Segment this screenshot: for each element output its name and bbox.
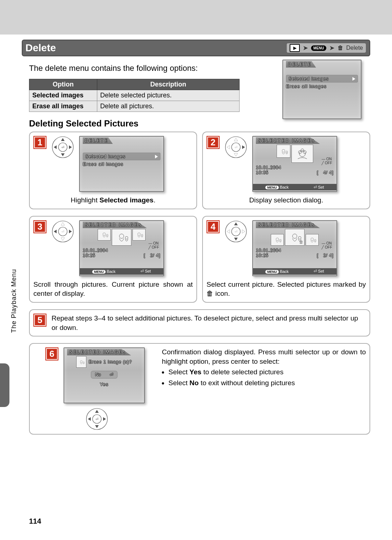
- screen-bottom-bar: MENU Back ⏎ Set: [80, 268, 163, 275]
- step-6: 6 SELECTED IMAGES Erase 1 image (s)? No⏎…: [29, 343, 370, 435]
- th-option: Option: [29, 79, 97, 90]
- chevron-right-icon: [352, 77, 355, 81]
- screen-bottom-bar: MENU Back ⏎ Set: [253, 268, 336, 275]
- step-3: 3 SELECTED IMAGES — ON╱ OFF 10.01.2004 1…: [29, 216, 197, 303]
- step4-caption: Select current picture. Selected pic­tur…: [207, 280, 366, 298]
- confirm-prompt: Erase 1 image (s)?: [89, 359, 132, 364]
- menu-erase-all: Erase all images: [286, 84, 358, 89]
- step-5: 5 Repeat steps 3–4 to select additional …: [29, 309, 370, 337]
- breadcrumb-label: Delete: [346, 45, 363, 51]
- menu-selected-images: Selected images: [83, 153, 160, 160]
- step1-caption: Highlight Selected images.: [33, 196, 193, 205]
- section-title-bar: Delete ▶ ➤ MENU ➤ 🗑 Delete: [22, 40, 370, 56]
- thumb-tab: [0, 363, 9, 407]
- header-blank: [0, 0, 392, 36]
- options-table: Option Description Selected images Delet…: [29, 79, 240, 112]
- trash-icon: 🗑: [299, 239, 303, 245]
- menu-badge: MENU: [311, 45, 326, 51]
- opt-selected-images: Selected images: [29, 90, 97, 101]
- section-tab-label: The Playback Menu: [10, 269, 18, 333]
- multi-selector-icon: [52, 136, 74, 158]
- chevron-right-icon: [155, 155, 158, 158]
- multi-selector-lr-icon: [52, 220, 74, 243]
- step-number: 3: [33, 220, 46, 233]
- step6-caption: Confirmation dialog displayed. Press mul…: [162, 347, 366, 430]
- trash-icon: 🗑: [207, 290, 213, 297]
- page-number: 114: [29, 517, 41, 525]
- confirm-yes: Yes: [100, 382, 109, 387]
- screen-bottom-bar: MENU Back ⏎ Set: [253, 184, 336, 190]
- step-2: 2 SELECTED IMAGES — ON╱ OFF 10.01.2004 1…: [202, 132, 370, 209]
- screen-date: 10.01.2004: [256, 165, 334, 170]
- play-icon: ▶: [290, 44, 300, 52]
- screen-tab: SELECTED IMAGES: [256, 222, 320, 228]
- opt-erase-all: Erase all images: [29, 101, 97, 112]
- delete-menu-screenshot: DELETE Selected images Erase all images: [282, 60, 362, 119]
- breadcrumb: ▶ ➤ MENU ➤ 🗑 Delete: [287, 43, 366, 53]
- section-title: Delete: [25, 42, 56, 54]
- menu-erase-all: Erase all images: [83, 161, 160, 167]
- step3-caption: Scroll through pictures. Current pic­tur…: [33, 280, 193, 298]
- screen-count: [ 4/ 4]: [317, 170, 334, 175]
- step2-caption: Display selection dialog.: [207, 196, 366, 205]
- step5-caption: Repeat steps 3–4 to select additional pi…: [52, 314, 366, 332]
- step-1: 1 DELETE Selected images Erase all image…: [29, 132, 197, 209]
- table-row: Erase all images Delete all pictures.: [29, 101, 240, 112]
- trash-icon: 🗑: [338, 45, 343, 51]
- screen-tab: SELECTED IMAGES: [256, 137, 320, 144]
- step-4: 4 SELECTED IMAGES 🗑 — ON╱ OFF: [202, 216, 370, 303]
- screen-tab: SELECTED IMAGES: [83, 222, 147, 228]
- screen-tab: DELETE: [83, 137, 113, 144]
- desc-selected-images: Delete selected pictures.: [97, 90, 240, 101]
- step-number: 1: [33, 136, 46, 149]
- subsection-title: Deleting Selected Pictures: [29, 118, 363, 129]
- menu-selected-images: Selected images: [286, 75, 358, 82]
- multi-selector-right-icon: [225, 136, 247, 158]
- confirm-no: No⏎: [91, 371, 117, 379]
- arrow-icon: ➤: [303, 44, 308, 52]
- step-number: 2: [207, 136, 220, 149]
- step-number: 6: [45, 347, 58, 360]
- step-number: 5: [33, 314, 46, 327]
- screen-tab: SELECTED IMAGES: [67, 349, 131, 355]
- multi-selector-icon: [86, 408, 108, 430]
- multi-selector-ud-icon: [225, 220, 247, 243]
- screen-tab: DELETE: [286, 61, 316, 68]
- step-number: 4: [207, 220, 220, 233]
- table-row: Selected images Delete selected pictures…: [29, 90, 240, 101]
- desc-erase-all: Delete all pictures.: [97, 101, 240, 112]
- arrow-icon: ➤: [329, 44, 335, 52]
- screen-time: 10:35: [256, 170, 269, 175]
- th-description: Description: [97, 79, 240, 90]
